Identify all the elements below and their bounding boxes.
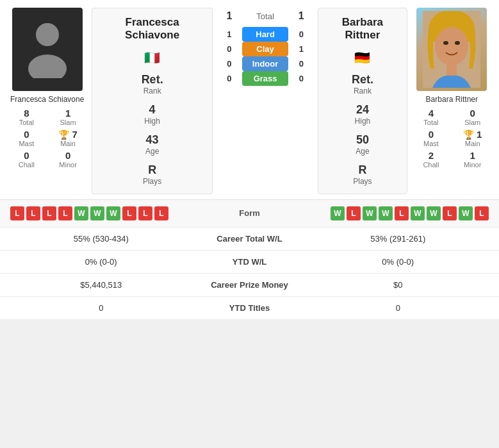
- form-badge-w: W: [459, 206, 473, 220]
- form-badge-l: L: [42, 206, 56, 220]
- total-left-score: 1: [222, 10, 237, 22]
- matchup-panel: 1 Total 1 1 Hard 0 0 Clay 1 0 Indoor 0 0…: [217, 8, 314, 88]
- left-chall-value: 0: [9, 150, 44, 161]
- left-mini-stats: 8 Total 1 Slam 0 Mast 🏆 7 Main: [6, 108, 88, 169]
- form-badge-l: L: [475, 206, 489, 220]
- left-trophy-icon: 🏆: [58, 129, 69, 140]
- stats-left-value: 0% (0-0): [10, 257, 192, 267]
- surface-right-score: 0: [293, 74, 309, 83]
- right-total-value: 4: [414, 108, 449, 119]
- left-mast-label: Mast: [9, 140, 44, 147]
- right-rank-value: Ret.: [352, 73, 373, 87]
- right-total-stat: 4 Total: [414, 108, 449, 126]
- left-center-panel: Francesca Schiavone 🇮🇹 Ret. Rank 4 High …: [92, 8, 212, 194]
- form-badge-l: L: [10, 206, 24, 220]
- left-age-label: Age: [145, 147, 159, 156]
- stats-left-value: 55% (530-434): [10, 234, 192, 244]
- right-player-block: Barbara Rittner 4 Total 0 Slam 0 Mast 🏆: [411, 8, 493, 169]
- surface-left-score: 0: [222, 59, 237, 69]
- stats-row: $5,440,513 Career Prize Money $0: [0, 273, 499, 296]
- left-main-stat: 🏆 7 Main: [51, 129, 86, 147]
- left-slam-label: Slam: [51, 119, 86, 126]
- stats-left-value: $5,440,513: [10, 280, 192, 290]
- left-plays-label: Plays: [143, 177, 161, 186]
- surface-right-score: 1: [293, 44, 309, 54]
- right-high-label: High: [355, 117, 371, 126]
- right-chall-value: 2: [414, 150, 449, 161]
- right-age-value: 50: [356, 133, 369, 147]
- form-section: LLLLWWWLLL Form WLWWLWWLWL: [0, 199, 499, 227]
- right-mast-label: Mast: [414, 140, 449, 147]
- left-flag: 🇮🇹: [144, 50, 160, 65]
- stats-row: 0 YTD Titles 0: [0, 296, 499, 319]
- left-chall-stat: 0 Chall: [9, 150, 44, 169]
- top-section: Francesca Schiavone 8 Total 1 Slam 0 Mas…: [0, 0, 499, 199]
- form-badge-w: W: [379, 206, 393, 220]
- right-name-center: Barbara Rittner: [323, 16, 401, 42]
- surface-row-clay: 0 Clay 1: [222, 42, 309, 56]
- form-badge-l: L: [154, 206, 168, 220]
- left-age-stat: 43 Age: [145, 133, 159, 156]
- stats-row: 0% (0-0) YTD W/L 0% (0-0): [0, 250, 499, 273]
- surface-badge-hard: Hard: [242, 27, 288, 42]
- left-high-stat: 4 High: [144, 103, 160, 126]
- surface-badge-grass: Grass: [242, 71, 288, 86]
- total-right-score: 1: [293, 10, 309, 22]
- form-badge-l: L: [26, 206, 40, 220]
- total-row: 1 Total 1: [222, 10, 309, 22]
- form-badge-w: W: [106, 206, 120, 220]
- right-mini-stats: 4 Total 0 Slam 0 Mast 🏆 1 Main: [411, 108, 493, 169]
- form-badge-l: L: [395, 206, 409, 220]
- stats-center-label: YTD W/L: [192, 257, 307, 267]
- left-mast-value: 0: [9, 129, 44, 140]
- left-minor-label: Minor: [51, 161, 86, 169]
- form-badge-l: L: [58, 206, 72, 220]
- right-form-badges: WLWWLWWLWL: [331, 206, 489, 220]
- stats-center-label: Career Total W/L: [192, 234, 307, 244]
- left-total-stat: 8 Total: [9, 108, 44, 126]
- stats-row: 55% (530-434) Career Total W/L 53% (291-…: [0, 227, 499, 250]
- left-slam-value: 1: [51, 108, 86, 119]
- right-rank-stat: Ret. Rank: [352, 73, 373, 95]
- right-mast-value: 0: [414, 129, 449, 140]
- right-center-panel: Barbara Rittner 🇩🇪 Ret. Rank 24 High 50 …: [318, 8, 407, 194]
- left-player-block: Francesca Schiavone 8 Total 1 Slam 0 Mas…: [6, 8, 88, 169]
- form-badge-w: W: [331, 206, 345, 220]
- left-plays-value: R: [143, 163, 161, 177]
- form-badge-w: W: [411, 206, 425, 220]
- surface-badge-indoor: Indoor: [242, 56, 288, 71]
- left-rank-stat: Ret. Rank: [142, 73, 163, 95]
- form-badge-w: W: [74, 206, 88, 220]
- right-age-label: Age: [356, 147, 369, 156]
- form-badge-l: L: [347, 206, 361, 220]
- svg-point-1: [28, 54, 67, 78]
- stats-right-value: $0: [307, 280, 489, 290]
- form-badge-w: W: [427, 206, 441, 220]
- left-main-value: 7: [72, 129, 77, 140]
- left-form-badges: LLLLWWWLLL: [10, 206, 168, 220]
- form-badge-w: W: [90, 206, 104, 220]
- right-plays-stat: R Plays: [353, 163, 372, 186]
- form-badge-l: L: [443, 206, 457, 220]
- stats-right-value: 0% (0-0): [307, 257, 489, 267]
- form-badge-l: L: [138, 206, 152, 220]
- right-plays-label: Plays: [353, 177, 372, 186]
- right-high-stat: 24 High: [355, 103, 371, 126]
- surface-badge-clay: Clay: [242, 42, 288, 56]
- stats-rows: 55% (530-434) Career Total W/L 53% (291-…: [0, 227, 499, 319]
- left-total-label: Total: [9, 119, 44, 126]
- left-high-value: 4: [144, 103, 160, 117]
- surface-row-indoor: 0 Indoor 0: [222, 56, 309, 71]
- svg-point-0: [36, 23, 59, 46]
- right-main-value: 1: [477, 129, 482, 140]
- form-badge-l: L: [122, 206, 136, 220]
- left-player-photo: [12, 8, 83, 91]
- svg-point-4: [435, 27, 468, 65]
- stats-right-value: 0: [307, 303, 489, 313]
- stats-center-label: Career Prize Money: [192, 280, 307, 290]
- svg-point-5: [443, 41, 448, 45]
- stats-right-value: 53% (291-261): [307, 234, 489, 244]
- left-rank-label: Rank: [142, 87, 163, 95]
- left-high-label: High: [144, 117, 160, 126]
- svg-point-6: [455, 41, 460, 45]
